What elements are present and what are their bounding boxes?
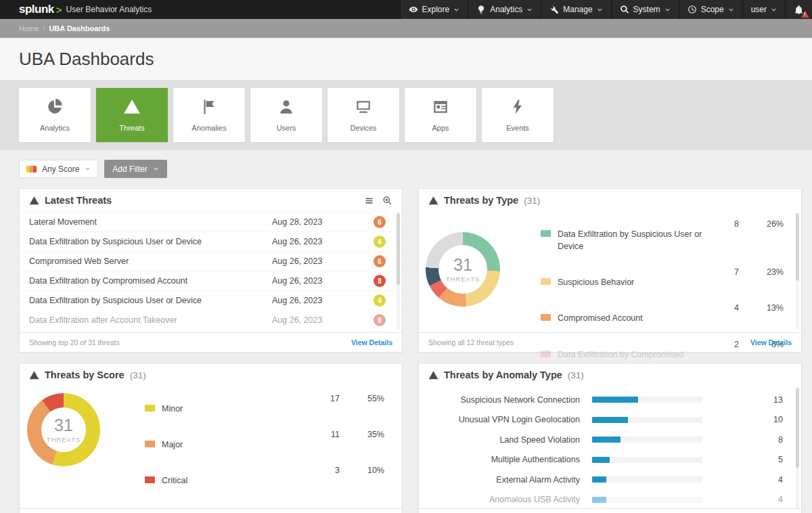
scrollbar-thumb[interactable]: [397, 213, 400, 285]
breadcrumb-separator: /: [43, 24, 45, 32]
threats-by-type-panel: Threats by Type (31) 31 THREATS Data Exf…: [418, 188, 802, 353]
legend-entry[interactable]: Suspicious Behavior723%: [541, 261, 784, 297]
breadcrumb-home[interactable]: Home: [19, 24, 39, 32]
bar-row[interactable]: Land Speed Violation8: [419, 430, 801, 450]
panel-title: Threats by Type: [444, 195, 518, 206]
bar-value: 4: [702, 495, 783, 504]
bar-row[interactable]: Unusual VPN Login Geolocation10: [419, 410, 801, 430]
table-row[interactable]: Data Exfiltration after Account Takeover…: [20, 310, 402, 330]
breadcrumb: Home / UBA Dashboards: [0, 19, 812, 38]
scrollbar[interactable]: [796, 213, 799, 330]
chevron-down-icon: [728, 7, 734, 13]
clock-icon: [687, 5, 697, 14]
legend-entry[interactable]: Critical310%: [145, 460, 384, 495]
bolt-icon: [509, 98, 526, 116]
bar-fill: [592, 437, 621, 443]
page-title: UBA Dashboards: [19, 49, 154, 70]
score-badge: 4: [374, 236, 386, 248]
scrollbar-thumb[interactable]: [796, 213, 799, 281]
table-row[interactable]: Data Exfiltration by Suspicious User or …: [20, 231, 402, 251]
chevron-down-icon: [453, 7, 459, 13]
tab-anomalies[interactable]: Anomalies: [173, 88, 245, 142]
score-badge: 6: [374, 216, 386, 228]
bar-row[interactable]: External Alarm Activity4: [419, 470, 801, 490]
bar-row[interactable]: Multiple Authentications5: [419, 450, 801, 470]
brand[interactable]: splunk > User Behavior Analytics: [0, 0, 152, 19]
warning-icon: [29, 370, 39, 380]
menu-manage[interactable]: Manage: [541, 0, 610, 19]
add-filter-button[interactable]: Add Filter: [104, 160, 166, 178]
table-row[interactable]: Data Exfiltration by Compromised Account…: [20, 271, 402, 290]
legend-swatch: [541, 314, 551, 321]
score-badge: 6: [374, 255, 386, 267]
breadcrumb-current: UBA Dashboards: [49, 24, 110, 32]
legend-left: Suspicious Behavior: [541, 276, 705, 288]
table-row[interactable]: Lateral MovementAug 28, 20236: [20, 212, 402, 231]
bar-value: 13: [702, 395, 783, 405]
warning-icon: [123, 98, 141, 116]
tab-threats[interactable]: Threats: [96, 88, 168, 142]
legend-value: 7: [705, 267, 739, 277]
scrollbar[interactable]: [796, 388, 799, 510]
menu-user[interactable]: user: [742, 0, 785, 19]
bar-track: [592, 457, 702, 463]
menu-scope[interactable]: Scope: [679, 0, 742, 19]
menu-icon[interactable]: [364, 196, 374, 206]
warning-icon: [29, 196, 39, 206]
donut-center: 31 THREATS: [41, 407, 86, 452]
legend-entry[interactable]: Compromised Account413%: [541, 297, 784, 333]
menu-system[interactable]: System: [611, 0, 679, 19]
bar-track: [592, 437, 702, 443]
menu-label: System: [633, 5, 660, 14]
tab-analytics[interactable]: Analytics: [19, 88, 91, 142]
notifications-button[interactable]: [785, 0, 812, 19]
menu-label: Explore: [422, 5, 450, 14]
bar-row[interactable]: Anomalous USB Activity4: [419, 490, 801, 510]
bar-label: External Alarm Activity: [428, 475, 580, 485]
score-range-swatch: [26, 166, 37, 173]
bar-row[interactable]: Suspicious Network Connection13: [419, 390, 801, 410]
legend-percent: 26%: [739, 219, 784, 229]
menu-analytics[interactable]: Analytics: [468, 0, 541, 19]
tab-apps[interactable]: Apps: [405, 88, 476, 142]
donut-center-label: THREATS: [47, 436, 81, 443]
table-row[interactable]: Data Exfiltration by Suspicious User or …: [20, 290, 402, 310]
legend-percent: 10%: [340, 466, 384, 475]
tab-label: Anomalies: [191, 124, 226, 132]
tab-label: Users: [277, 124, 296, 132]
threats-by-score-panel: Threats by Score (31) 31 THREATS Minor17…: [19, 363, 403, 513]
chevron-down-icon: [526, 7, 533, 13]
view-details-link[interactable]: View Details: [351, 338, 392, 347]
threats-by-anomaly-type-panel: Threats by Anomaly Type (31) Suspicious …: [418, 363, 802, 513]
panel-title: Threats by Score: [45, 370, 125, 380]
scrollbar[interactable]: [397, 213, 400, 330]
tab-users[interactable]: Users: [250, 88, 322, 142]
add-filter-label: Add Filter: [112, 164, 147, 174]
legend-entry[interactable]: Data Exfiltration by Suspicious User or …: [541, 213, 784, 261]
legend-swatch: [145, 476, 155, 483]
scrollbar-thumb[interactable]: [796, 388, 799, 468]
legend-entry[interactable]: Major1135%: [145, 424, 384, 460]
panel-footer: Showing all 12 threat types View Details: [419, 332, 801, 352]
view-details-link[interactable]: View Details: [750, 338, 792, 347]
table-row[interactable]: Compromised Web ServerAug 26, 20236: [20, 251, 402, 271]
threat-date: Aug 26, 2023: [272, 276, 374, 286]
splunk-logo: splunk: [19, 3, 54, 16]
legend-left: Minor: [145, 403, 306, 415]
zoom-in-icon[interactable]: [382, 196, 392, 206]
legend-percent: 13%: [739, 303, 784, 313]
bar-fill: [592, 497, 606, 503]
tab-events[interactable]: Events: [482, 88, 554, 142]
legend-swatch: [145, 441, 155, 447]
score-filter-dropdown[interactable]: Any Score: [19, 160, 98, 178]
legend-entry[interactable]: Minor1755%: [145, 388, 384, 424]
threat-name: Data Exfiltration after Account Takeover: [29, 315, 272, 325]
donut-center: 31 THREATS: [438, 245, 487, 294]
bar-track: [592, 476, 702, 483]
tab-devices[interactable]: Devices: [328, 88, 399, 142]
menu-explore[interactable]: Explore: [400, 0, 468, 19]
bar-track: [592, 417, 702, 423]
bar-label: Unusual VPN Login Geolocation: [428, 415, 580, 424]
tab-label: Analytics: [40, 124, 70, 132]
chevron-down-icon: [664, 7, 671, 13]
